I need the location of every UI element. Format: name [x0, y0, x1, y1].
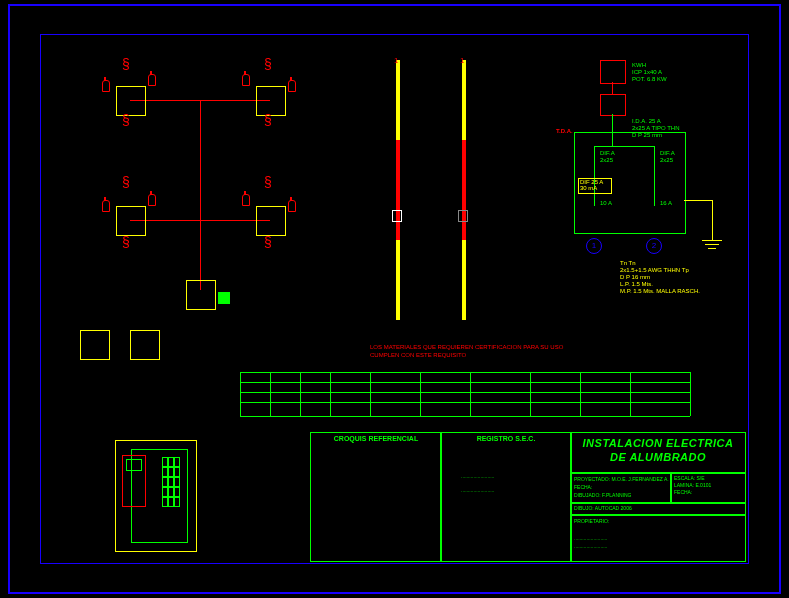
cable-icon: §: [122, 178, 130, 186]
info-text: ESCALA: S/E: [674, 475, 705, 481]
cable-icon: §: [122, 60, 130, 68]
legend-box: [130, 330, 160, 360]
meter-box: [600, 60, 626, 84]
owner-label: PROPIETARIO:: [574, 518, 609, 524]
registro-box: REGISTRO S.E.C. ........................…: [440, 432, 572, 562]
riser-label: 1: [460, 56, 464, 65]
materials-note: CUMPLEN CON ESTE REQUISITO: [370, 352, 466, 358]
outlet-icon: [288, 80, 296, 96]
spec-text: 2x1.5+1.5 AWG THHN Tp: [620, 267, 689, 273]
diff-label: DIF.A: [600, 150, 615, 156]
pot-label: POT. 6.8 KW: [632, 76, 667, 82]
spec-text: D P 16 mm: [620, 274, 650, 280]
info-text: LAMINA: E.0101: [674, 482, 711, 488]
outlet-icon: [102, 80, 110, 96]
info-text: DIBUJO: AUTOCAD 2006: [574, 505, 632, 511]
junction-box: [256, 206, 286, 236]
info-text: DIBUJADO: F.PLANNING: [574, 492, 632, 498]
drawing-title: INSTALACION ELECTRICA: [571, 437, 745, 449]
circuit-number: 1: [586, 238, 602, 254]
info-text: FECHA:: [674, 489, 692, 495]
cable-icon: §: [264, 238, 272, 246]
owner-text: ........................: [574, 543, 607, 549]
materials-table: [240, 372, 690, 416]
riser-pole: [396, 60, 400, 320]
outlet-icon: [242, 194, 250, 210]
outlet-icon: [148, 74, 156, 90]
diff-label: 2x25: [660, 157, 673, 163]
amp-label: 16 A: [660, 200, 672, 206]
tda-label: T.D.A.: [556, 128, 573, 134]
cable-icon: §: [122, 116, 130, 124]
outlet-icon: [242, 74, 250, 90]
ida-label: I.D.A. 25 A: [632, 118, 661, 124]
panel-marker: [218, 292, 230, 304]
cable-icon: §: [264, 60, 272, 68]
junction-box: [116, 86, 146, 116]
diff-spec: 30 mA: [580, 185, 597, 191]
cable-icon: §: [264, 178, 272, 186]
ground-icon: [702, 240, 722, 254]
reg-line: ........................: [461, 473, 494, 479]
spec-text: M.P. 1.5 Mts. MALLA RASCH.: [620, 288, 700, 294]
info-box: PROYECTADO: M.O.E. J.FERNANDEZ A. FECHA:…: [570, 472, 672, 504]
single-line-diagram: KWH ICP 1x40 A POT. 6.8 KW T.D.A. I.D.A.…: [550, 60, 750, 310]
junction-box: [116, 206, 146, 236]
icp-label: ICP 1x40 A: [632, 69, 662, 75]
main-box: [186, 280, 216, 310]
cable-icon: §: [264, 116, 272, 124]
circuit-number: 2: [646, 238, 662, 254]
croquis-label: CROQUIS REFERENCIAL: [311, 435, 441, 442]
materials-note: LOS MATERIALES QUE REQUIEREN CERTIFICACI…: [370, 344, 563, 350]
diff-label: 2x25: [600, 157, 613, 163]
spec-text: L.P. 1.5 Mts.: [620, 281, 653, 287]
outlet-icon: [148, 194, 156, 210]
layout-diagram: § § § § § § § §: [80, 60, 340, 320]
panel-illustration: [115, 440, 197, 552]
reg-line: ........................: [461, 487, 494, 493]
riser-fitting: [392, 210, 402, 222]
spec-text: Tn Tn: [620, 260, 636, 266]
legend-box: [80, 330, 110, 360]
meter-label: KWH: [632, 62, 646, 68]
owner-box: PROPIETARIO: ........................ ..…: [570, 514, 746, 562]
riser-fitting: [458, 210, 468, 222]
croquis-box: CROQUIS REFERENCIAL: [310, 432, 442, 562]
icp-box: [600, 94, 626, 116]
riser-label: 1: [394, 56, 398, 65]
info-text: FECHA:: [574, 484, 592, 490]
drawing-title: DE ALUMBRADO: [571, 451, 745, 463]
info-box: ESCALA: S/E LAMINA: E.0101 FECHA:: [670, 472, 746, 504]
title-block: CROQUIS REFERENCIAL REGISTRO S.E.C. ....…: [310, 432, 746, 561]
outlet-icon: [102, 200, 110, 216]
registro-label: REGISTRO S.E.C.: [441, 435, 571, 442]
info-text: PROYECTADO: M.O.E. J.FERNANDEZ A.: [574, 476, 669, 482]
diff-label: DIF.A: [660, 150, 675, 156]
cable-icon: §: [122, 238, 130, 246]
riser-pole: [462, 60, 466, 320]
title-box: INSTALACION ELECTRICA DE ALUMBRADO: [570, 432, 746, 474]
outlet-icon: [288, 200, 296, 216]
amp-label: 10 A: [600, 200, 612, 206]
owner-text: ........................: [574, 535, 607, 541]
ida-label: 2x25 A TIPO THN: [632, 125, 679, 131]
drawing-canvas: § § § § § § § § 1 1 KWH ICP 1x40 A POT. …: [0, 0, 789, 598]
